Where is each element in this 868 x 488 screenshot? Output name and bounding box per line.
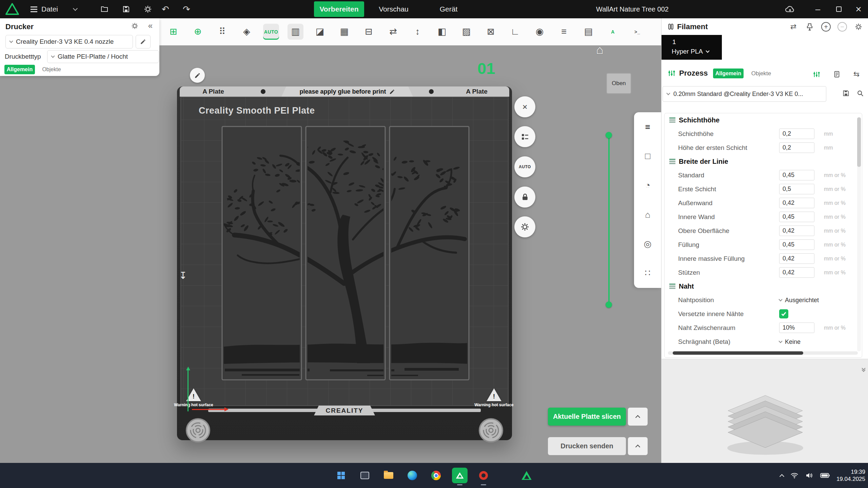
lock-button[interactable]	[514, 187, 535, 208]
file-menu[interactable]: Datei	[31, 0, 58, 18]
redo-button[interactable]: ↷	[179, 0, 194, 18]
more-tools-button[interactable]: >_	[629, 24, 645, 40]
value-dropdown[interactable]: Ausgerichtet	[779, 297, 819, 304]
support-paint-button[interactable]: ▨	[458, 24, 474, 40]
scrollbar-thumb[interactable]	[857, 117, 861, 167]
value-input[interactable]: 0,42	[779, 226, 814, 236]
auto-orient-button[interactable]: ◈	[239, 24, 255, 40]
edit-printer-button[interactable]	[136, 35, 151, 48]
category-tab-support[interactable]: ⌂	[634, 200, 661, 229]
auto-paint-button[interactable]: AUTO	[514, 156, 535, 177]
chrome-icon[interactable]	[428, 468, 444, 483]
remove-filament-button[interactable]: −	[836, 22, 848, 32]
text-tool-button[interactable]: A	[605, 24, 621, 40]
merge-objects-button[interactable]: ⊟	[361, 24, 377, 40]
layer-slider-handle-bottom[interactable]	[606, 301, 612, 308]
send-options-button[interactable]	[628, 437, 648, 455]
settings-button[interactable]	[140, 0, 155, 18]
save-preset-button[interactable]	[842, 90, 852, 98]
open-file-button[interactable]	[97, 0, 112, 18]
slice-current-plate-button[interactable]: Aktuelle Platte slicen	[548, 408, 626, 426]
compare-reset-button[interactable]: ⇆	[851, 69, 862, 79]
add-model-button[interactable]: ⊞	[165, 24, 181, 40]
arrange-grid-button[interactable]: ▦	[336, 24, 352, 40]
checkbox[interactable]	[779, 309, 788, 318]
layer-slider-track[interactable]	[608, 135, 610, 305]
collapse-panel-button[interactable]: «	[148, 21, 153, 31]
search-settings-button[interactable]	[856, 90, 867, 98]
plate-config-button[interactable]	[514, 216, 535, 237]
value-input[interactable]: 0,45	[779, 212, 814, 222]
value-input[interactable]: 0,2	[779, 142, 814, 153]
close-button[interactable]: ×	[849, 0, 868, 18]
send-print-button[interactable]: Drucken senden	[548, 437, 626, 455]
dark-app-icon[interactable]	[357, 468, 373, 483]
plate-settings-button[interactable]	[514, 126, 535, 147]
save-button[interactable]	[119, 0, 134, 18]
value-input[interactable]: 0,5	[779, 184, 814, 194]
arrange-all-button[interactable]: ⠿	[214, 24, 230, 40]
color-erase-button[interactable]: ◪	[312, 24, 328, 40]
value-input[interactable]: 10%	[779, 323, 814, 333]
printer-select[interactable]: Creality Ender-3 V3 KE 0.4 nozzle	[5, 35, 133, 48]
filament-slot-1[interactable]: 1 Hyper PLA	[662, 35, 722, 60]
wifi-icon[interactable]	[790, 472, 798, 479]
value-input[interactable]: 0,42	[779, 198, 814, 208]
scale-button[interactable]: ↕	[410, 24, 426, 40]
file-explorer-icon[interactable]	[381, 468, 396, 483]
view-cube-top[interactable]: Oben	[606, 73, 631, 94]
battery-icon[interactable]	[820, 473, 830, 478]
tray-expand-icon[interactable]	[780, 474, 784, 479]
maximize-button[interactable]	[829, 0, 848, 18]
plate-edit-button[interactable]	[190, 68, 205, 83]
value-input[interactable]: 0,42	[779, 253, 814, 264]
printer-tab-allgemein[interactable]: Allgemein	[4, 65, 35, 74]
value-input[interactable]: 0,42	[779, 267, 814, 278]
process-preset-select[interactable]: 0.20mm Standard @Creality Ender-3 V3 KE …	[663, 86, 826, 102]
deselect-button[interactable]: ×	[514, 96, 535, 117]
category-tab-strength[interactable]: □	[634, 141, 661, 171]
layer-slider-handle-top[interactable]	[606, 132, 612, 138]
tune-button[interactable]	[811, 69, 822, 79]
build-plate[interactable]: A Plate please apply glue before print A…	[177, 86, 512, 440]
value-input[interactable]: 0,45	[779, 239, 814, 250]
filament-settings-button[interactable]	[853, 22, 864, 32]
seam-paint-button[interactable]: ◉	[532, 24, 548, 40]
category-tab-adhesion[interactable]: ◎	[634, 229, 661, 258]
filament-sync-button[interactable]: ⇄	[788, 22, 799, 32]
wallart-tree-model[interactable]	[221, 126, 470, 380]
layers-button[interactable]: ▤	[580, 24, 596, 40]
cut-button[interactable]: ◧	[434, 24, 450, 40]
taskbar-clock[interactable]: 19:39 19.04.2025	[836, 468, 865, 483]
printer-tab-objekte[interactable]: Objekte	[38, 65, 65, 74]
viewport-3d[interactable]: A Plate please apply glue before print A…	[0, 18, 661, 463]
value-dropdown[interactable]: Keine	[779, 338, 801, 346]
expand-down-icon[interactable]	[862, 369, 865, 371]
volume-icon[interactable]	[805, 472, 813, 479]
split-layout-button[interactable]: ▥	[288, 24, 303, 40]
category-tab-others[interactable]: ∷	[634, 259, 661, 288]
edge-icon[interactable]	[405, 468, 420, 483]
tab-geraet[interactable]: Gerät	[430, 0, 467, 18]
profile-doc-button[interactable]	[831, 69, 843, 79]
file-menu-caret[interactable]	[68, 0, 83, 18]
category-tab-speed[interactable]: ◔	[634, 171, 661, 200]
clone-button[interactable]: ⊠	[483, 24, 499, 40]
minimize-button[interactable]: –	[808, 0, 827, 18]
process-tab-objekte[interactable]: Objekte	[748, 69, 775, 78]
red-slicer-icon[interactable]	[476, 468, 491, 483]
settings-vertical-scrollbar[interactable]	[857, 117, 861, 351]
settings-horizontal-scrollbar[interactable]	[668, 351, 858, 355]
creality-launcher-icon[interactable]	[519, 466, 534, 485]
tab-vorbereiten[interactable]: Vorbereiten	[314, 1, 364, 17]
printer-settings-button[interactable]	[131, 22, 138, 31]
cloud-upload-button[interactable]	[783, 0, 797, 18]
measure-button[interactable]: ∟	[507, 24, 523, 40]
bed-type-select[interactable]: Glatte PEI-Platte / Hocht	[47, 50, 159, 63]
windows-start-icon[interactable]	[333, 468, 349, 483]
process-tab-allgemein[interactable]: Allgemein	[713, 69, 744, 78]
value-input[interactable]: 0,2	[779, 129, 814, 139]
auto-fill-button[interactable]: AUTO	[263, 24, 279, 40]
creality-print-icon[interactable]	[452, 468, 468, 483]
add-plate-button[interactable]: ⊕	[190, 24, 206, 40]
